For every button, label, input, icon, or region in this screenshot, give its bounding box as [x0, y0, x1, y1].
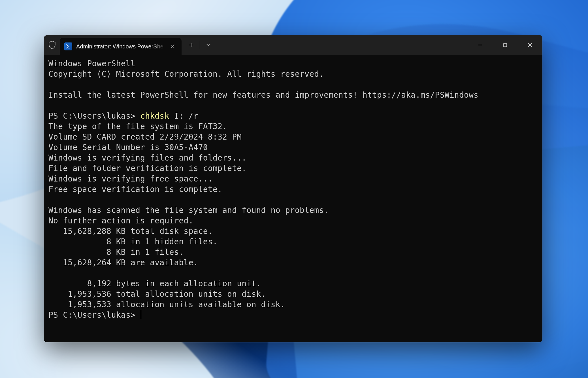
output-line: File and folder verification is complete…	[48, 164, 246, 173]
output-line: 1,953,533 allocation units available on …	[48, 300, 285, 309]
minimize-icon	[478, 43, 482, 47]
output-line: 8,192 bytes in each allocation unit.	[48, 279, 261, 288]
output-line: 15,628,288 KB total disk space.	[48, 227, 213, 236]
command-args: I: /r	[169, 111, 198, 121]
output-line: 15,628,264 KB are available.	[48, 258, 198, 267]
cursor	[141, 310, 141, 319]
close-icon	[528, 43, 532, 47]
terminal-window: Administrator: Windows PowerShell	[44, 35, 542, 342]
chevron-down-icon	[206, 43, 211, 47]
output-line: Free space verification is complete.	[48, 185, 222, 194]
output-line: Windows is verifying files and folders..…	[48, 153, 246, 163]
tab-controls	[184, 38, 216, 52]
plus-icon	[189, 42, 194, 48]
close-icon	[171, 44, 175, 49]
output-line: 1,953,536 total allocation units on disk…	[48, 289, 266, 299]
divider	[200, 41, 200, 49]
output-line: 8 KB in 1 files.	[48, 247, 184, 257]
output-line: No further action is required.	[48, 216, 193, 225]
output-line: Windows is verifying free space...	[48, 174, 213, 183]
output-line: Volume SD CARD created 2/29/2024 8:32 PM	[48, 132, 242, 142]
minimize-button[interactable]	[468, 35, 493, 55]
tab-dropdown-button[interactable]	[201, 38, 216, 52]
output-line: The type of the file system is FAT32.	[48, 122, 227, 131]
svg-rect-0	[504, 44, 507, 47]
prompt: PS C:\Users\lukas>	[48, 111, 140, 121]
maximize-icon	[503, 43, 507, 47]
install-message: Install the latest PowerShell for new fe…	[48, 90, 478, 100]
close-window-button[interactable]	[517, 35, 542, 55]
new-tab-button[interactable]	[184, 38, 199, 52]
command-highlight: chkdsk	[140, 111, 169, 121]
titlebar-drag-region[interactable]	[216, 35, 468, 55]
output-line: Volume Serial Number is 30A5-A470	[48, 143, 208, 152]
window-controls	[468, 35, 542, 55]
banner-line: Copyright (C) Microsoft Corporation. All…	[48, 69, 324, 79]
tab-title: Administrator: Windows PowerShell	[76, 43, 165, 50]
shield-icon	[48, 41, 56, 49]
tab-close-button[interactable]	[169, 43, 176, 50]
prompt: PS C:\Users\lukas>	[48, 310, 140, 320]
output-line: 8 KB in 1 hidden files.	[48, 237, 218, 246]
output-line: Windows has scanned the file system and …	[48, 206, 329, 215]
terminal-output[interactable]: Windows PowerShell Copyright (C) Microso…	[44, 55, 542, 342]
banner-line: Windows PowerShell	[48, 59, 135, 68]
maximize-button[interactable]	[493, 35, 517, 55]
titlebar[interactable]: Administrator: Windows PowerShell	[44, 35, 542, 55]
titlebar-left: Administrator: Windows PowerShell	[44, 35, 216, 55]
powershell-icon	[64, 42, 72, 50]
active-tab[interactable]: Administrator: Windows PowerShell	[60, 38, 182, 55]
